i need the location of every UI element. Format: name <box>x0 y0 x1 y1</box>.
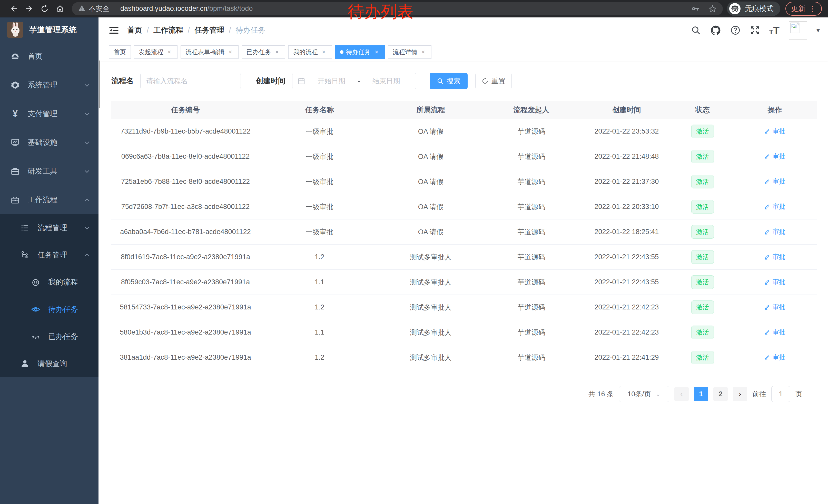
approve-button[interactable]: 审批 <box>764 353 785 362</box>
approve-button[interactable]: 审批 <box>764 328 785 336</box>
task-id: 8f0d1619-7ac8-11ec-a9e2-a2380e71991a <box>111 253 259 261</box>
github-icon[interactable] <box>710 25 721 36</box>
active-dot <box>340 50 343 54</box>
tab-todo-task[interactable]: 待办任务 × <box>335 45 385 59</box>
update-button[interactable]: 更新 ⋮ <box>785 2 822 16</box>
sidebar-item-done-task[interactable]: 已办任务 <box>0 323 100 350</box>
status-cell: 激活 <box>672 301 733 314</box>
security-label[interactable]: 不安全 <box>89 4 110 13</box>
close-icon[interactable]: × <box>227 49 234 55</box>
process-name: OA 请假 <box>380 202 482 212</box>
approve-button[interactable]: 审批 <box>764 127 785 135</box>
home-icon[interactable] <box>52 2 68 16</box>
action-cell: 审批 <box>733 328 817 337</box>
approve-button[interactable]: 审批 <box>764 303 785 311</box>
close-icon[interactable]: × <box>274 49 280 55</box>
action-cell: 审批 <box>733 253 817 262</box>
prev-page-button[interactable]: ‹ <box>674 387 689 401</box>
search-button[interactable]: 搜索 <box>430 73 468 89</box>
caret-down-icon[interactable]: ▾ <box>817 27 820 34</box>
task-id: 069c6a63-7b8a-11ec-8ef0-acde48001122 <box>111 152 259 161</box>
fullscreen-icon[interactable] <box>750 25 760 35</box>
tab-home[interactable]: 首页 <box>109 45 131 59</box>
close-icon[interactable]: × <box>373 49 380 55</box>
close-icon[interactable]: × <box>166 49 173 55</box>
action-cell: 审批 <box>733 127 817 136</box>
help-icon[interactable] <box>730 25 741 35</box>
sidebar-item-workflow[interactable]: 工作流程 <box>0 186 100 214</box>
tab-my-process[interactable]: 我的流程 × <box>288 45 332 59</box>
tab-start-process[interactable]: 发起流程 × <box>134 45 177 59</box>
approve-button[interactable]: 审批 <box>764 278 785 286</box>
status-cell: 激活 <box>672 275 733 289</box>
table-header-row: 任务编号 任务名称 所属流程 流程发起人 创建时间 状态 操作 <box>111 101 817 119</box>
logo-row[interactable]: 芋道管理系统 <box>0 17 100 42</box>
browser-menu-icon[interactable]: ⋮ <box>809 4 816 13</box>
start-date-placeholder[interactable]: 开始日期 <box>307 77 356 86</box>
process-name-input[interactable] <box>146 77 235 85</box>
table-row: 75d72608-7b7f-11ec-a3c8-acde48001122 一级审… <box>111 194 817 220</box>
task-name: 1.2 <box>259 253 380 261</box>
back-icon[interactable] <box>6 2 22 16</box>
bookmark-star-icon[interactable] <box>708 5 717 13</box>
page-button-2[interactable]: 2 <box>713 387 728 401</box>
sidebar-item-label: 任务管理 <box>37 250 67 260</box>
range-separator: - <box>356 77 362 85</box>
forward-icon[interactable] <box>22 2 37 16</box>
url-host[interactable]: dashboard.yudao.iocoder.cn <box>120 5 207 12</box>
close-icon[interactable]: × <box>320 49 327 55</box>
approve-button[interactable]: 审批 <box>764 227 785 236</box>
sidebar-item-process-mgmt[interactable]: 流程管理 <box>0 214 100 241</box>
create-time: 2022-01-22 18:25:41 <box>581 228 672 236</box>
sidebar-item-leave-query[interactable]: 请假查询 <box>0 350 100 377</box>
task-id: 73211d9d-7b9b-11ec-b5b7-acde48001122 <box>111 127 259 135</box>
sidebar-item-infrastructure[interactable]: 基础设施 <box>0 128 100 157</box>
sidebar-item-label: 工作流程 <box>28 195 57 205</box>
breadcrumb-item[interactable]: 首页 <box>127 25 142 35</box>
sidebar-item-payment[interactable]: ¥ 支付管理 <box>0 99 100 128</box>
reset-button[interactable]: 重置 <box>475 73 512 89</box>
tab-process-detail[interactable]: 流程详情 × <box>388 45 431 59</box>
sidebar-scrollbar[interactable] <box>98 17 100 504</box>
sidebar-item-my-process[interactable]: 我的流程 <box>0 269 100 296</box>
approve-button[interactable]: 审批 <box>764 152 785 161</box>
page-size-select[interactable]: 10条/页 ⌄ <box>619 386 669 402</box>
search-icon[interactable] <box>691 25 701 35</box>
initiator: 芋道源码 <box>482 227 581 237</box>
breadcrumb-item[interactable]: 任务管理 <box>195 25 224 35</box>
task-name: 1.1 <box>259 278 380 286</box>
update-label: 更新 <box>791 4 805 13</box>
next-page-button[interactable]: › <box>733 387 747 401</box>
sidebar-item-dev-tools[interactable]: 研发工具 <box>0 157 100 186</box>
calendar-icon <box>297 77 305 85</box>
create-time: 2022-01-21 22:42:23 <box>581 328 672 336</box>
sidebar-item-system[interactable]: 系统管理 <box>0 71 100 99</box>
breadcrumb-item[interactable]: 工作流程 <box>153 25 183 35</box>
task-name: 一级审批 <box>259 177 380 186</box>
end-date-placeholder[interactable]: 结束日期 <box>362 77 411 86</box>
action-cell: 审批 <box>733 303 817 312</box>
process-name-field[interactable] <box>140 73 241 89</box>
tab-done-task[interactable]: 已办任务 × <box>242 45 285 59</box>
task-name: 一级审批 <box>259 152 380 161</box>
goto-page-input[interactable] <box>771 386 790 402</box>
sidebar-fold-icon[interactable] <box>109 25 119 35</box>
tab-form-edit[interactable]: 流程表单-编辑 × <box>180 45 239 59</box>
sidebar-item-home[interactable]: 首页 <box>0 42 100 71</box>
browser-toolbar: 不安全 dashboard.yudao.iocoder.cn /bpm/task… <box>0 0 828 17</box>
sidebar-item-task-mgmt[interactable]: 任务管理 <box>0 241 100 269</box>
close-icon[interactable]: × <box>420 49 426 55</box>
date-range-picker[interactable]: 开始日期 - 结束日期 <box>292 73 416 89</box>
reload-icon[interactable] <box>37 2 52 16</box>
sidebar-scrollbar-thumb[interactable] <box>99 60 100 108</box>
font-size-icon[interactable]: TT <box>769 25 780 36</box>
password-key-icon[interactable] <box>691 5 699 13</box>
sidebar-item-todo-task[interactable]: 待办任务 <box>0 296 100 323</box>
page-button-1[interactable]: 1 <box>694 387 708 401</box>
process-name: 测试多审批人 <box>380 303 482 312</box>
monitor-icon <box>10 138 20 147</box>
approve-button[interactable]: 审批 <box>764 177 785 186</box>
approve-button[interactable]: 审批 <box>764 253 785 261</box>
avatar[interactable] <box>789 21 807 40</box>
approve-button[interactable]: 审批 <box>764 202 785 211</box>
